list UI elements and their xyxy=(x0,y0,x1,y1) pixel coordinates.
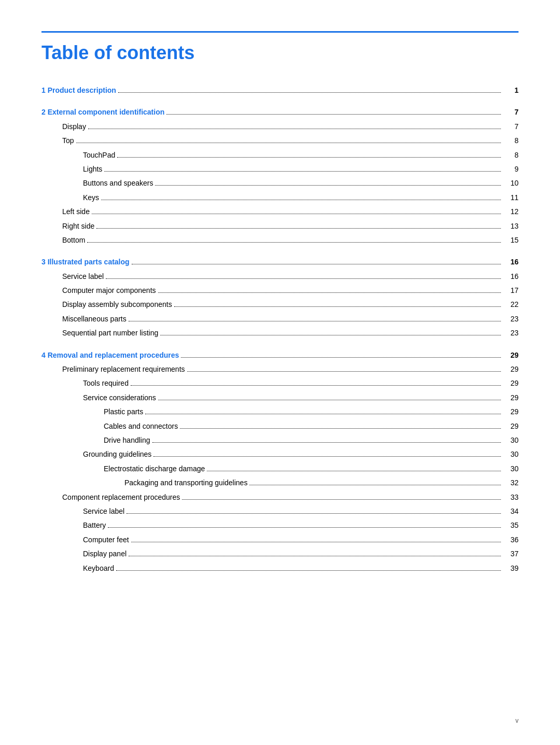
toc-entry-page: 34 xyxy=(503,505,519,517)
toc-entry[interactable]: Service considerations29 xyxy=(41,392,519,403)
toc-entry-label: Right side xyxy=(62,220,94,232)
toc-entry-page: 33 xyxy=(503,491,519,503)
toc-entry[interactable]: Display assembly subcomponents22 xyxy=(41,299,519,310)
toc-dots xyxy=(92,214,501,214)
toc-entry-page: 8 xyxy=(503,135,519,146)
toc-entry-page: 16 xyxy=(503,256,519,268)
toc-entry-label: Service label xyxy=(62,271,104,282)
toc-entry[interactable]: Computer feet36 xyxy=(41,534,519,545)
toc-entry-page: 29 xyxy=(503,363,519,375)
toc-dots xyxy=(145,414,501,414)
toc-entry-label: Service considerations xyxy=(83,392,156,403)
toc-entry-page: 23 xyxy=(503,313,519,325)
toc-dots xyxy=(118,92,501,93)
toc-entry[interactable]: Left side12 xyxy=(41,206,519,217)
toc-entry[interactable]: Miscellaneous parts23 xyxy=(41,313,519,325)
toc-entry[interactable]: Electrostatic discharge damage30 xyxy=(41,463,519,474)
toc-entry-page: 36 xyxy=(503,534,519,545)
toc-entry-page: 9 xyxy=(503,163,519,175)
toc-entry-label: Display assembly subcomponents xyxy=(62,299,172,310)
toc-entry[interactable]: TouchPad8 xyxy=(41,149,519,161)
toc-dots xyxy=(117,157,501,158)
toc-entry-page: 22 xyxy=(503,299,519,310)
toc-entry-page: 10 xyxy=(503,177,519,189)
page-title: Table of contents xyxy=(41,42,519,64)
toc-entry[interactable]: Service label16 xyxy=(41,271,519,282)
toc-dots xyxy=(131,542,501,542)
toc-entry[interactable]: Right side13 xyxy=(41,220,519,232)
toc-entry[interactable]: Tools required29 xyxy=(41,377,519,389)
toc-entry[interactable]: Preliminary replacement requirements29 xyxy=(41,363,519,375)
toc-entry-page: 29 xyxy=(503,349,519,361)
toc-dots xyxy=(129,556,501,556)
toc-dots xyxy=(106,278,501,279)
toc-entry[interactable]: 1 Product description1 xyxy=(41,85,519,96)
toc-dots xyxy=(182,499,501,500)
toc-container: 1 Product description12 External compone… xyxy=(41,85,519,574)
toc-dots xyxy=(207,471,501,471)
toc-entry[interactable]: Drive handling30 xyxy=(41,434,519,446)
toc-entry[interactable]: Plastic parts29 xyxy=(41,406,519,417)
toc-dots xyxy=(88,129,501,129)
toc-entry-label: Tools required xyxy=(83,377,129,389)
toc-entry-label: 1 Product description xyxy=(41,85,116,96)
toc-dots xyxy=(108,527,501,528)
toc-entry-label: 2 External component identification xyxy=(41,106,164,118)
toc-entry-page: 39 xyxy=(503,563,519,574)
toc-entry-label: Service label xyxy=(83,505,124,517)
toc-entry-label: Buttons and speakers xyxy=(83,177,153,189)
toc-dots xyxy=(131,385,501,386)
toc-entry-label: Electrostatic discharge damage xyxy=(104,463,205,474)
toc-entry[interactable]: Packaging and transporting guidelines32 xyxy=(41,477,519,488)
toc-entry-page: 29 xyxy=(503,392,519,403)
toc-entry[interactable]: Battery35 xyxy=(41,519,519,531)
toc-dots xyxy=(155,185,501,186)
toc-entry[interactable]: Sequential part number listing23 xyxy=(41,327,519,339)
toc-entry[interactable]: Lights9 xyxy=(41,163,519,175)
toc-dots xyxy=(166,114,501,115)
toc-entry-label: Preliminary replacement requirements xyxy=(62,363,185,375)
toc-entry[interactable]: Computer major components17 xyxy=(41,285,519,296)
toc-dots xyxy=(76,143,501,143)
toc-entry-page: 12 xyxy=(503,206,519,217)
toc-dots xyxy=(181,357,501,358)
top-rule xyxy=(41,31,519,33)
toc-entry-label: Computer major components xyxy=(62,285,156,296)
toc-entry-page: 11 xyxy=(503,192,519,203)
toc-entry[interactable]: Display panel37 xyxy=(41,548,519,559)
toc-entry[interactable]: Service label34 xyxy=(41,505,519,517)
toc-entry[interactable]: Keys11 xyxy=(41,192,519,203)
toc-entry-label: Left side xyxy=(62,206,90,217)
toc-entry[interactable]: Buttons and speakers10 xyxy=(41,177,519,189)
toc-entry-label: Keyboard xyxy=(83,563,114,574)
toc-entry-label: Lights xyxy=(83,163,102,175)
toc-dots xyxy=(187,371,501,372)
toc-entry[interactable]: Top8 xyxy=(41,135,519,146)
toc-entry-page: 23 xyxy=(503,327,519,339)
toc-entry-label: Computer feet xyxy=(83,534,129,545)
toc-entry[interactable]: 4 Removal and replacement procedures29 xyxy=(41,349,519,361)
toc-entry-page: 37 xyxy=(503,548,519,559)
toc-entry[interactable]: Cables and connectors29 xyxy=(41,420,519,432)
toc-entry[interactable]: 2 External component identification7 xyxy=(41,106,519,118)
toc-dots xyxy=(158,292,501,293)
toc-entry-page: 16 xyxy=(503,271,519,282)
toc-entry-label: Drive handling xyxy=(104,434,150,446)
toc-entry-label: Display panel xyxy=(83,548,127,559)
toc-entry[interactable]: 3 Illustrated parts catalog16 xyxy=(41,256,519,268)
toc-dots xyxy=(116,570,501,571)
toc-entry-page: 30 xyxy=(503,448,519,460)
toc-entry-label: Battery xyxy=(83,519,106,531)
toc-entry-page: 29 xyxy=(503,377,519,389)
toc-entry-label: TouchPad xyxy=(83,149,115,161)
toc-entry-label: Miscellaneous parts xyxy=(62,313,127,325)
toc-entry[interactable]: Keyboard39 xyxy=(41,563,519,574)
toc-entry[interactable]: Bottom15 xyxy=(41,234,519,246)
toc-entry[interactable]: Grounding guidelines30 xyxy=(41,448,519,460)
toc-entry-label: Packaging and transporting guidelines xyxy=(124,477,247,488)
toc-entry-label: Plastic parts xyxy=(104,406,143,417)
toc-entry-page: 29 xyxy=(503,406,519,417)
toc-entry-label: Top xyxy=(62,135,74,146)
toc-entry[interactable]: Display7 xyxy=(41,121,519,132)
toc-entry[interactable]: Component replacement procedures33 xyxy=(41,491,519,503)
